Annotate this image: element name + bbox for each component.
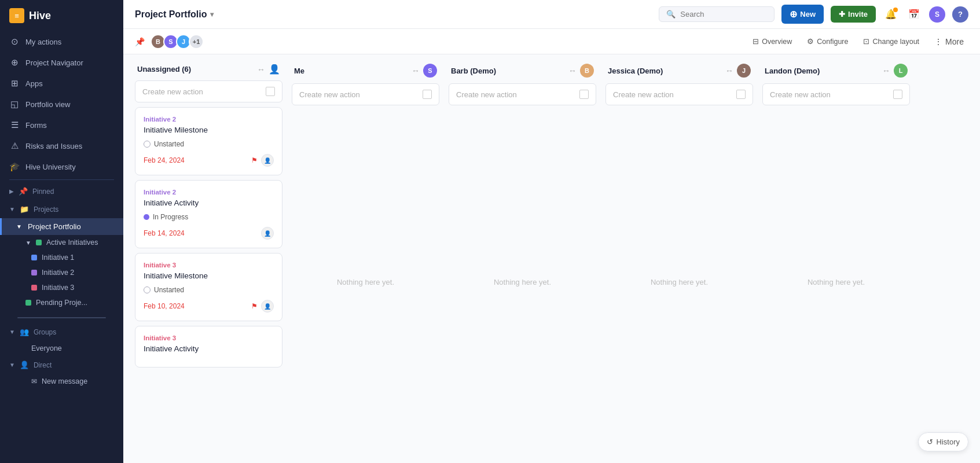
column-header-barb: Barb (Demo)↔B	[449, 64, 596, 83]
person-icon[interactable]: 👤	[269, 64, 280, 75]
risks-icon: ⚠	[9, 141, 20, 151]
create-action-text: Create new action	[456, 90, 575, 99]
card-card-1[interactable]: Initiative 2Initiative MilestoneUnstarte…	[135, 107, 282, 175]
sidebar-item-my-actions[interactable]: ⊙ My actions	[0, 31, 123, 52]
notifications-button[interactable]: 🔔	[883, 6, 899, 22]
notification-dot	[893, 8, 898, 12]
column-avatar-barb[interactable]: B	[580, 64, 594, 78]
sidebar-item-everyone[interactable]: Everyone	[0, 341, 123, 356]
sidebar-direct-header[interactable]: ▼ 👤 Direct	[0, 356, 123, 374]
my-actions-icon: ⊙	[9, 36, 20, 47]
create-action-me[interactable]: Create new action	[292, 83, 439, 105]
sidebar-item-project-portfolio[interactable]: ▼ Project Portfolio	[0, 218, 123, 235]
sidebar-item-project-navigator[interactable]: ⊕ Project Navigator	[0, 52, 123, 73]
invite-button[interactable]: ✚ Invite	[831, 6, 876, 23]
history-icon: ↺	[927, 438, 933, 446]
sidebar-item-forms[interactable]: ☰ Forms	[0, 115, 123, 135]
column-title-me: Me	[294, 67, 408, 75]
card-footer: Feb 14, 2024👤	[144, 227, 274, 240]
portfolio-view-icon: ◱	[9, 99, 20, 109]
expand-icon[interactable]: ↔	[725, 66, 733, 75]
sidebar-pinned-header[interactable]: ▶ 📌 Pinned	[0, 182, 123, 200]
create-action-unassigned[interactable]: Create new action	[135, 80, 282, 102]
create-action-text: Create new action	[770, 90, 889, 99]
hive-university-icon: 🎓	[9, 161, 20, 172]
sidebar-item-portfolio-view[interactable]: ◱ Portfolio view	[0, 94, 123, 115]
sidebar-item-initiative-2[interactable]: Initiative 2	[0, 265, 123, 280]
sidebar-logo[interactable]: ≡ Hive	[0, 0, 123, 31]
page-title: Project Portfolio ▾	[135, 9, 214, 20]
secondbar: 📌 B S J +1 ⊟ Overview ⚙ Configure ⊡ Chan…	[123, 29, 980, 54]
overview-icon: ⊟	[753, 37, 759, 46]
groups-label: Groups	[34, 328, 56, 336]
sidebar-item-label: Forms	[25, 121, 47, 130]
sidebar: ≡ Hive ⊙ My actions ⊕ Project Navigator …	[0, 0, 123, 463]
sidebar-item-initiative-3[interactable]: Initiative 3	[0, 280, 123, 295]
column-title-barb: Barb (Demo)	[451, 67, 565, 75]
sidebar-item-new-message[interactable]: ✉ New message	[0, 374, 123, 389]
expand-icon[interactable]: ↔	[568, 66, 577, 75]
calendar-button[interactable]: 📅	[906, 6, 922, 22]
card-assignee-avatar[interactable]: 👤	[261, 300, 274, 313]
nothing-here-text: Nothing here yet.	[762, 110, 910, 454]
board-column-me: Me↔SCreate new actionNothing here yet.	[292, 64, 439, 454]
column-header-unassigned: Unassigned (6)↔👤	[135, 64, 282, 80]
card-initiative-label: Initiative 2	[144, 116, 274, 123]
create-action-barb[interactable]: Create new action	[449, 83, 596, 105]
new-button[interactable]: ⊕ New	[781, 5, 824, 24]
column-avatar-landon[interactable]: L	[894, 64, 908, 78]
everyone-label: Everyone	[31, 344, 62, 352]
sidebar-item-initiative-1[interactable]: Initiative 1	[0, 250, 123, 265]
history-button[interactable]: ↺ History	[918, 432, 968, 451]
more-button[interactable]: ⋮ More	[930, 35, 968, 49]
column-avatar-jessica[interactable]: J	[737, 64, 751, 78]
flag-icon[interactable]: ⚑	[251, 302, 258, 310]
topbar: Project Portfolio ▾ 🔍 ⊕ New ✚ Invite 🔔 📅…	[123, 0, 980, 29]
initiative-3-label: Initiative 3	[42, 284, 74, 292]
column-title-unassigned: Unassigned (6)	[137, 65, 254, 74]
card-title: Initiative Milestone	[144, 126, 274, 134]
create-action-jessica[interactable]: Create new action	[605, 83, 753, 105]
sidebar-groups-header[interactable]: ▼ 👥 Groups	[0, 323, 123, 341]
pin-button[interactable]: 📌	[135, 37, 145, 46]
create-action-text: Create new action	[613, 90, 732, 99]
nothing-here-text: Nothing here yet.	[292, 110, 439, 454]
configure-icon: ⚙	[807, 37, 814, 46]
overview-button[interactable]: ⊟ Overview	[748, 35, 797, 48]
help-button[interactable]: ?	[952, 6, 968, 23]
card-title: Initiative Milestone	[144, 271, 274, 280]
user-avatar[interactable]: S	[929, 6, 945, 23]
chevron-down-icon-ai: ▼	[25, 240, 31, 246]
card-card-3[interactable]: Initiative 3Initiative MilestoneUnstarte…	[135, 253, 282, 321]
search-input[interactable]	[680, 10, 767, 19]
create-action-landon[interactable]: Create new action	[762, 83, 910, 105]
card-card-2[interactable]: Initiative 2Initiative ActivityIn Progre…	[135, 180, 282, 248]
card-card-4[interactable]: Initiative 3Initiative Activity	[135, 326, 282, 368]
card-footer: Feb 10, 2024⚑👤	[144, 300, 274, 313]
sidebar-item-label: Risks and Issues	[25, 142, 82, 150]
title-chevron-icon[interactable]: ▾	[210, 10, 214, 19]
expand-icon[interactable]: ↔	[257, 65, 265, 74]
change-layout-button[interactable]: ⊡ Change layout	[858, 35, 924, 48]
expand-icon[interactable]: ↔	[882, 66, 890, 75]
hive-logo-icon: ≡	[9, 8, 24, 23]
sidebar-item-active-initiatives[interactable]: ▼ Active Initiatives	[0, 235, 123, 250]
sidebar-projects-header[interactable]: ▼ 📁 Projects	[0, 200, 123, 218]
message-icon: ✉	[31, 377, 37, 385]
card-assignee-avatar[interactable]: 👤	[261, 154, 274, 167]
expand-icon[interactable]: ↔	[412, 66, 420, 75]
column-avatar-me[interactable]: S	[423, 64, 437, 78]
card-assignee-avatar[interactable]: 👤	[261, 227, 274, 240]
sidebar-item-hive-university[interactable]: 🎓 Hive University	[0, 156, 123, 177]
sidebar-item-pending-projects[interactable]: Pending Proje...	[0, 295, 123, 310]
chevron-right-icon: ▶	[9, 188, 14, 194]
sidebar-item-label: Hive University	[25, 163, 76, 171]
configure-button[interactable]: ⚙ Configure	[802, 35, 853, 48]
initiative-2-color	[31, 270, 37, 275]
sidebar-item-apps[interactable]: ⊞ Apps	[0, 73, 123, 94]
member-avatar-plus[interactable]: +1	[189, 34, 204, 49]
flag-icon[interactable]: ⚑	[251, 156, 258, 164]
person-icon: 👤	[20, 361, 29, 369]
search-box[interactable]: 🔍	[659, 6, 775, 22]
sidebar-item-risks-issues[interactable]: ⚠ Risks and Issues	[0, 135, 123, 156]
